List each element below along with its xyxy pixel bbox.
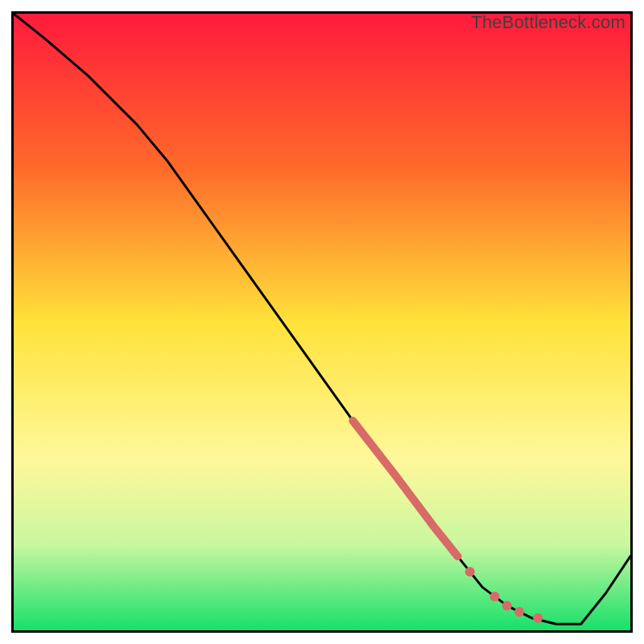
marker-markers (490, 592, 500, 601)
watermark-text: TheBottleneck.com (471, 12, 625, 33)
marker-markers (502, 601, 512, 610)
series-curve (14, 14, 630, 624)
chart-overlay (14, 14, 630, 630)
series-highlight-thick (353, 421, 457, 557)
marker-markers (514, 607, 524, 617)
chart-container: TheBottleneck.com (0, 0, 644, 644)
marker-markers (533, 613, 543, 623)
marker-markers (465, 567, 475, 576)
plot-area: TheBottleneck.com (11, 11, 633, 633)
